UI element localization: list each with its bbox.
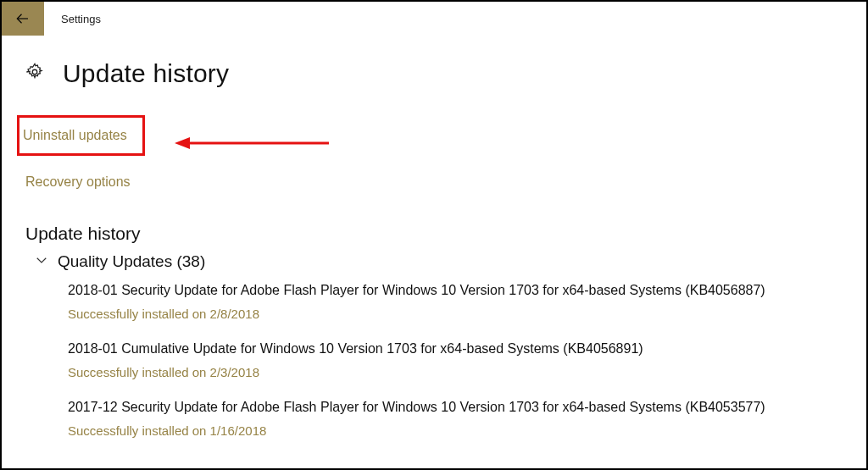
update-item: 2018-01 Security Update for Adobe Flash … [68, 283, 866, 321]
recovery-options-link[interactable]: Recovery options [25, 174, 866, 190]
link-list: Uninstall updates Recovery options [25, 115, 866, 190]
updates-list: 2018-01 Security Update for Adobe Flash … [25, 283, 866, 438]
app-title: Settings [61, 13, 101, 25]
group-title: Quality Updates (38) [58, 252, 205, 271]
page-heading-row: Update history [25, 59, 866, 88]
chevron-down-icon [34, 252, 49, 271]
update-status: Successfully installed on 2/8/2018 [68, 307, 866, 321]
back-arrow-icon [15, 11, 31, 26]
uninstall-updates-link[interactable]: Uninstall updates [23, 128, 127, 143]
group-name: Quality Updates [58, 252, 172, 270]
svg-point-1 [32, 69, 37, 75]
svg-marker-3 [175, 137, 190, 149]
content-area: Update history Uninstall updates Recover… [2, 36, 866, 438]
update-status: Successfully installed on 2/3/2018 [68, 365, 866, 379]
gear-icon [25, 63, 44, 85]
back-button[interactable] [2, 2, 44, 36]
annotation-arrow-icon [168, 133, 337, 153]
section-heading: Update history [25, 224, 866, 244]
update-title: 2017-12 Security Update for Adobe Flash … [68, 400, 866, 415]
update-item: 2017-12 Security Update for Adobe Flash … [68, 400, 866, 438]
page-title: Update history [63, 59, 229, 88]
update-item: 2018-01 Cumulative Update for Windows 10… [68, 341, 866, 379]
update-title: 2018-01 Cumulative Update for Windows 10… [68, 341, 866, 357]
update-status: Successfully installed on 1/16/2018 [68, 423, 866, 438]
update-title: 2018-01 Security Update for Adobe Flash … [68, 283, 866, 298]
uninstall-highlight-annotation: Uninstall updates [17, 115, 145, 156]
group-count: (38) [176, 252, 205, 270]
titlebar: Settings [2, 2, 866, 36]
group-header[interactable]: Quality Updates (38) [25, 252, 866, 271]
